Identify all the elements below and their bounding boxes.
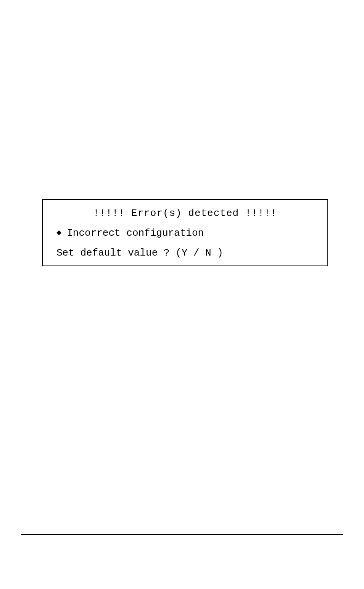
error-item: ◆ Incorrect configuration — [54, 227, 316, 239]
error-message: Incorrect configuration — [67, 227, 204, 239]
set-default-prompt[interactable]: Set default value ? (Y / N ) — [54, 247, 316, 259]
diamond-icon: ◆ — [56, 229, 61, 237]
horizontal-rule — [21, 534, 343, 535]
error-dialog: !!!!! Error(s) detected !!!!! ◆ Incorrec… — [42, 199, 328, 266]
dialog-title: !!!!! Error(s) detected !!!!! — [54, 208, 316, 219]
